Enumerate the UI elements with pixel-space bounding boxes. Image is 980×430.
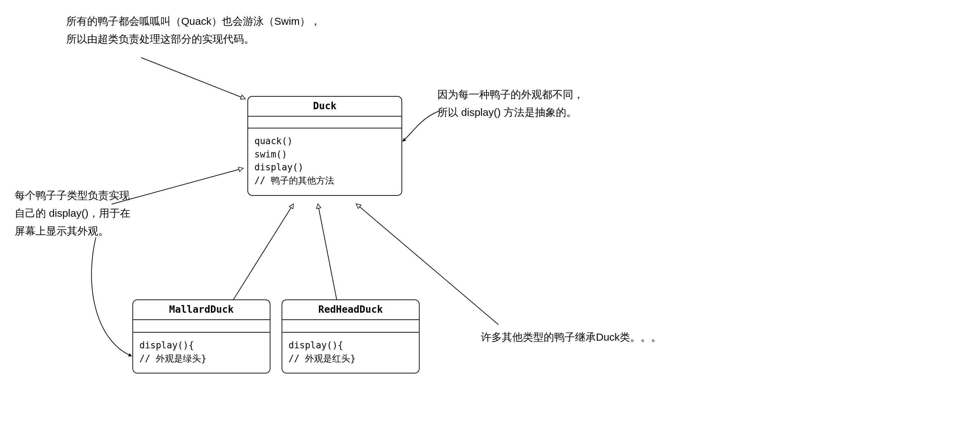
uml-diagram-canvas: 所有的鸭子都会呱呱叫（Quack）也会游泳（Swim）， 所以由超类负责处理这部… [0,0,980,430]
class-box-mallard: MallardDuck display(){ // 外观是绿头} [132,299,270,374]
class-methods-redhead: display(){ // 外观是红头} [282,332,419,373]
class-name-duck: Duck [248,97,401,117]
annotation-left: 每个鸭子子类型负责实现 自己的 display()，用于在 屏幕上显示其外观。 [14,186,130,240]
inherit-redhead-duck [318,204,337,299]
class-methods-mallard: display(){ // 外观是绿头} [133,332,270,373]
annotation-top: 所有的鸭子都会呱呱叫（Quack）也会游泳（Swim）， 所以由超类负责处理这部… [66,12,321,48]
inherit-mallard-duck [234,204,293,299]
class-methods-duck: quack() swim() display() // 鸭子的其他方法 [248,128,401,195]
class-attrs-mallard [133,320,270,332]
arrow-ann-top [141,58,245,99]
annotation-right: 因为每一种鸭子的外观都不同， 所以 display() 方法是抽象的。 [438,86,584,121]
class-name-mallard: MallardDuck [133,300,270,320]
class-name-redhead: RedHeadDuck [282,300,419,320]
class-box-redhead: RedHeadDuck display(){ // 外观是红头} [282,299,420,374]
class-attrs-redhead [282,320,419,332]
annotation-bottom-right: 许多其他类型的鸭子继承Duck类。。。 [481,328,662,346]
arrow-ann-left-up [111,168,243,204]
class-box-duck: Duck quack() swim() display() // 鸭子的其他方法 [247,96,402,196]
arrow-ann-left-down [92,237,132,356]
arrow-ann-right [402,111,439,141]
class-attrs-duck [248,117,401,128]
